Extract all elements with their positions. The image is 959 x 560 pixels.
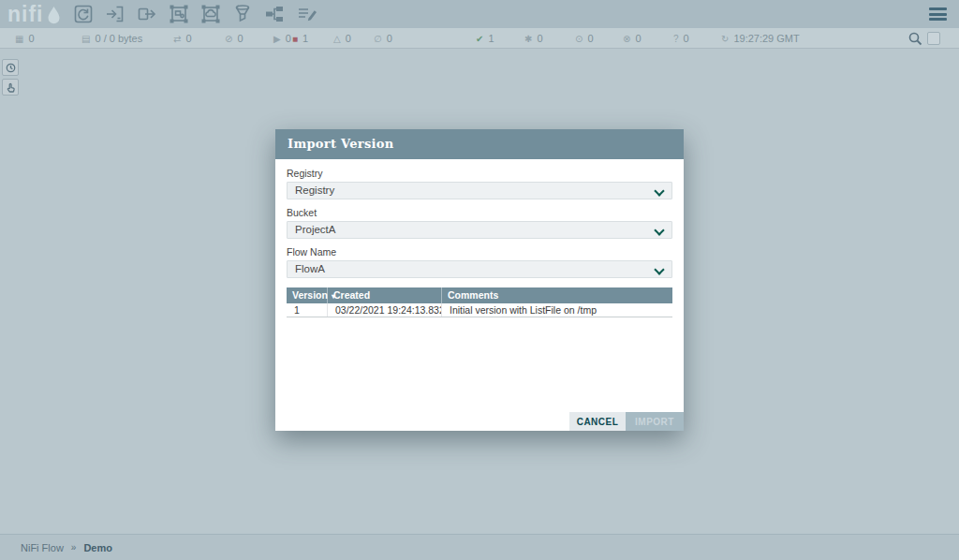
versions-table: Version▾ Created Comments 1 03/22/2021 1… <box>287 287 672 317</box>
cell-version: 1 <box>287 303 328 317</box>
chevron-down-icon <box>656 266 662 273</box>
flow-name-select[interactable]: FlowA <box>287 260 672 278</box>
bucket-label: Bucket <box>287 207 672 218</box>
cancel-button[interactable]: CANCEL <box>569 412 626 431</box>
bucket-select-value: ProjectA <box>295 224 335 235</box>
cell-comments: Initial version with ListFile on /tmp <box>442 303 672 317</box>
registry-field-group: Registry Registry <box>287 168 672 199</box>
bucket-field-group: Bucket ProjectA <box>287 207 672 239</box>
dialog-body: Registry Registry Bucket ProjectA Flow N… <box>275 159 684 431</box>
flow-name-label: Flow Name <box>287 246 672 258</box>
column-header-version[interactable]: Version▾ <box>287 287 328 303</box>
dialog-title: Import Version <box>275 129 684 159</box>
registry-select[interactable]: Registry <box>287 182 672 199</box>
nifi-app: nifi <box>0 0 959 560</box>
chevron-down-icon <box>656 187 662 194</box>
flow-name-select-value: FlowA <box>295 263 325 274</box>
column-header-comments[interactable]: Comments <box>442 287 672 303</box>
chevron-down-icon <box>656 227 662 233</box>
versions-table-header: Version▾ Created Comments <box>287 287 672 303</box>
bucket-select[interactable]: ProjectA <box>287 221 672 239</box>
version-table-row[interactable]: 1 03/22/2021 19:24:13.832 Initial versio… <box>287 303 672 317</box>
import-button[interactable]: IMPORT <box>626 412 684 431</box>
registry-select-value: Registry <box>295 184 334 196</box>
import-version-dialog: Import Version Registry Registry Bucket … <box>275 129 684 431</box>
registry-label: Registry <box>287 168 672 179</box>
flow-name-field-group: Flow Name FlowA <box>287 246 672 278</box>
column-header-created[interactable]: Created <box>328 287 442 303</box>
dialog-buttons: CANCEL IMPORT <box>569 412 684 431</box>
cell-created: 03/22/2021 19:24:13.832 <box>328 303 442 317</box>
